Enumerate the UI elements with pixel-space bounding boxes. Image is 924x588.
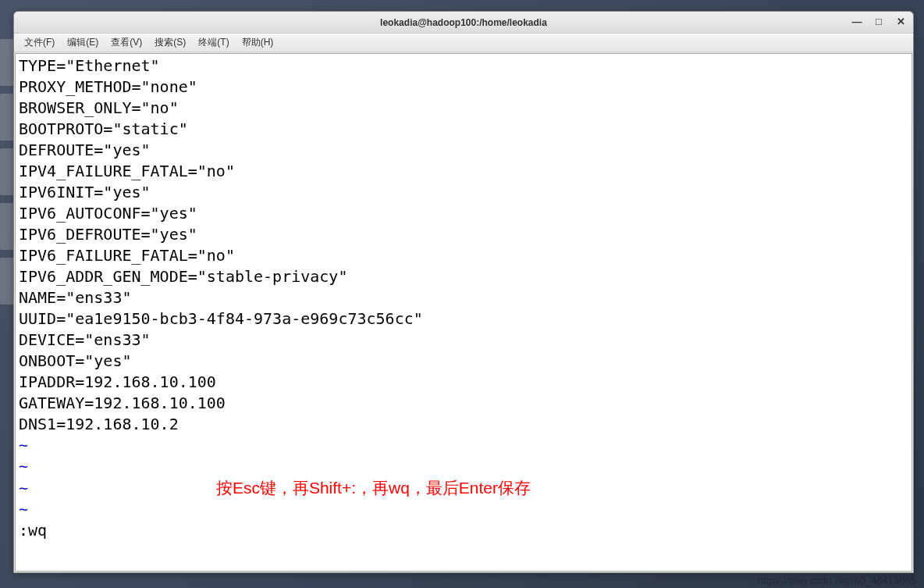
window-controls: — □ ✕ <box>851 15 907 27</box>
close-button[interactable]: ✕ <box>894 15 907 27</box>
maximize-button[interactable]: □ <box>872 15 885 27</box>
terminal-content[interactable]: TYPE="Ethernet" PROXY_METHOD="none" BROW… <box>15 53 912 572</box>
config-line: BROWSER_ONLY="no" <box>19 98 908 119</box>
watermark: https://blog.csdn.net/m0_46413065 <box>758 575 916 586</box>
vim-tilde: ~ <box>19 499 908 520</box>
menubar: 文件(F) 编辑(E) 查看(V) 搜索(S) 终端(T) 帮助(H) <box>14 34 913 52</box>
desktop-icon[interactable] <box>0 94 14 141</box>
terminal-window: leokadia@hadoop100:/home/leokadia — □ ✕ … <box>13 11 914 573</box>
menu-file[interactable]: 文件(F) <box>18 34 61 51</box>
config-line: DNS1=192.168.10.2 <box>19 414 908 435</box>
config-line: IPV6_ADDR_GEN_MODE="stable-privacy" <box>19 266 908 287</box>
menu-search[interactable]: 搜索(S) <box>148 34 192 51</box>
minimize-button[interactable]: — <box>851 15 863 27</box>
desktop-icon[interactable] <box>0 258 14 305</box>
vim-command-line[interactable]: :wq <box>19 520 908 541</box>
menu-help[interactable]: 帮助(H) <box>236 34 280 51</box>
config-line: ONBOOT="yes" <box>19 351 908 372</box>
config-line: IPV4_FAILURE_FATAL="no" <box>19 161 908 182</box>
config-line: DEVICE="ens33" <box>19 330 908 351</box>
vim-tilde: ~ <box>19 435 908 456</box>
config-line: NAME="ens33" <box>19 287 908 308</box>
desktop-icon[interactable] <box>0 148 14 195</box>
config-line: IPV6_FAILURE_FATAL="no" <box>19 245 908 266</box>
vim-tilde: ~ <box>19 479 28 497</box>
menu-edit[interactable]: 编辑(E) <box>61 34 105 51</box>
config-line: IPV6INIT="yes" <box>19 182 908 203</box>
instruction-text: 按Esc键，再Shift+:，再wq，最后Enter保存 <box>216 479 531 497</box>
vim-tilde: ~ <box>19 456 908 477</box>
config-line: IPV6_DEFROUTE="yes" <box>19 224 908 245</box>
window-title: leokadia@hadoop100:/home/leokadia <box>380 17 547 28</box>
config-line: IPADDR=192.168.10.100 <box>19 372 908 393</box>
menu-view[interactable]: 查看(V) <box>105 34 148 51</box>
desktop-icons <box>0 39 14 508</box>
config-line: GATEWAY=192.168.10.100 <box>19 393 908 414</box>
desktop-icon[interactable] <box>0 203 14 250</box>
titlebar[interactable]: leokadia@hadoop100:/home/leokadia — □ ✕ <box>14 12 913 34</box>
menu-terminal[interactable]: 终端(T) <box>192 34 235 51</box>
desktop-icon[interactable] <box>0 39 14 86</box>
config-line: DEFROUTE="yes" <box>19 140 908 161</box>
config-line: UUID="ea1e9150-bcb3-4f84-973a-e969c73c56… <box>19 308 908 330</box>
vim-tilde-instruction-line: ~ 按Esc键，再Shift+:，再wq，最后Enter保存 <box>19 477 908 499</box>
config-line: BOOTPROTO="static" <box>19 119 908 140</box>
config-line: PROXY_METHOD="none" <box>19 77 908 98</box>
config-line: TYPE="Ethernet" <box>19 55 908 77</box>
config-line: IPV6_AUTOCONF="yes" <box>19 203 908 224</box>
